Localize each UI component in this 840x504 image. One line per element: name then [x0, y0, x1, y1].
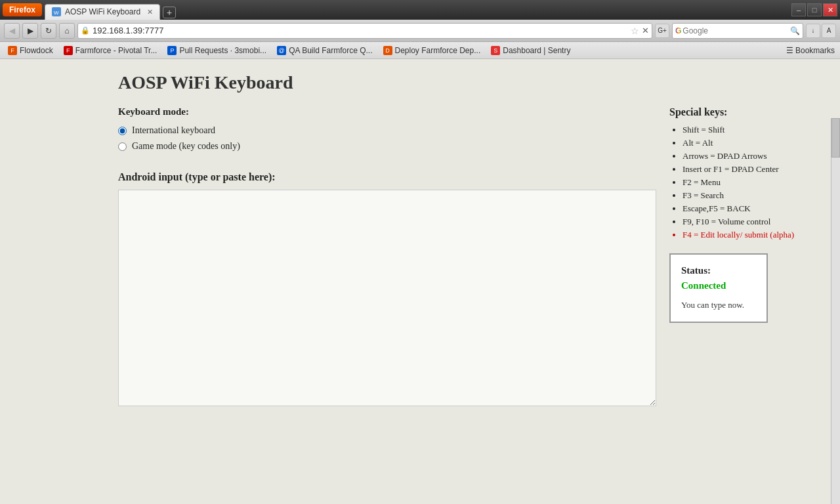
bookmark-qa-build[interactable]: @ QA Build Farmforce Q...: [274, 45, 375, 56]
radio-game-input[interactable]: [118, 142, 127, 151]
address-input[interactable]: [93, 26, 628, 35]
bookmarks-button[interactable]: ☰ Bookmarks: [786, 46, 835, 55]
status-value: Connected: [681, 280, 756, 291]
flowdock-icon: F: [8, 46, 17, 55]
bookmark-label-farmforce: Farmforce - Pivotal Tr...: [75, 46, 158, 55]
special-key-insert: Insert or F1 = DPAD Center: [682, 164, 840, 175]
back-button[interactable]: ◀: [4, 23, 20, 39]
lock-icon: 🔒: [81, 26, 90, 35]
special-keys-title: Special keys:: [669, 106, 840, 118]
farmforce-icon: F: [64, 46, 73, 55]
status-label: Status:: [681, 265, 756, 276]
bookmark-label-flowdock: Flowdock: [20, 46, 53, 55]
bookmark-label-pull-requests: Pull Requests · 3smobi...: [179, 46, 266, 55]
extension-icon-3[interactable]: A: [822, 24, 836, 38]
nav-bar: ◀ ▶ ↻ ⌂ 🔒 ☆ ✕ G+ G 🔍 ↓ A: [0, 20, 840, 42]
bookmark-flowdock[interactable]: F Flowdock: [5, 45, 56, 56]
main-layout: Keyboard mode: International keyboard Ga…: [118, 106, 827, 406]
browser-window: Firefox W AOSP WiFi Keyboard ✕ + – □ ✕ ◀…: [0, 0, 840, 504]
bookmark-label-sentry: Dashboard | Sentry: [503, 46, 570, 55]
bookmark-label-deploy: Deploy Farmforce Dep...: [395, 46, 481, 55]
special-key-f9: F9, F10 = Volume control: [682, 217, 840, 227]
android-input-textarea[interactable]: [118, 190, 656, 406]
page-content: AOSP WiFi Keyboard Keyboard mode: Intern…: [0, 59, 840, 504]
clear-address-icon[interactable]: ✕: [642, 26, 649, 35]
svg-text:W: W: [54, 10, 59, 15]
close-button[interactable]: ✕: [823, 3, 837, 16]
special-key-f4: F4 = Edit locally/ submit (alpha): [682, 230, 840, 240]
scrollbar-track[interactable]: [831, 118, 840, 504]
deploy-icon: D: [383, 46, 392, 55]
maximize-button[interactable]: □: [807, 3, 822, 16]
sentry-icon: S: [491, 46, 500, 55]
tab-title: AOSP WiFi Keyboard: [65, 7, 140, 16]
extension-icon-1[interactable]: G+: [655, 24, 669, 38]
bookmark-sentry[interactable]: S Dashboard | Sentry: [488, 45, 573, 56]
special-key-f3: F3 = Search: [682, 190, 840, 201]
bookmark-farmforce[interactable]: F Farmforce - Pivotal Tr...: [61, 45, 160, 56]
status-box: Status: Connected You can type now.: [669, 253, 768, 323]
search-go-icon[interactable]: 🔍: [790, 26, 800, 35]
keyboard-mode-section: Keyboard mode: International keyboard Ga…: [118, 106, 656, 152]
special-key-f2: F2 = Menu: [682, 177, 840, 188]
special-key-shift: Shift = Shift: [682, 125, 840, 135]
new-tab-button[interactable]: +: [163, 7, 176, 18]
search-input[interactable]: [682, 26, 789, 35]
google-icon: G: [675, 26, 681, 35]
minimize-button[interactable]: –: [791, 3, 806, 16]
address-bar[interactable]: 🔒 ☆ ✕: [77, 23, 652, 39]
home-button[interactable]: ⌂: [59, 23, 75, 39]
special-key-arrows: Arrows = DPAD Arrows: [682, 151, 840, 161]
extension-icon-2[interactable]: ↓: [806, 24, 820, 38]
extensions-area-right: ↓ A: [806, 24, 836, 38]
radio-international-label: International keyboard: [132, 125, 215, 136]
bookmark-star-icon[interactable]: ☆: [631, 26, 639, 36]
bookmark-pull-requests[interactable]: P Pull Requests · 3smobi...: [165, 45, 269, 56]
reload-button[interactable]: ↻: [41, 23, 56, 39]
left-section: Keyboard mode: International keyboard Ga…: [118, 106, 656, 406]
bookmark-label-qa-build: QA Build Farmforce Q...: [289, 46, 372, 55]
special-keys-section: Special keys: Shift = Shift Alt = Alt Ar…: [669, 106, 840, 240]
right-section: Special keys: Shift = Shift Alt = Alt Ar…: [669, 106, 840, 406]
qa-build-icon: @: [277, 46, 286, 55]
scrollbar-thumb[interactable]: [831, 118, 840, 158]
keyboard-mode-label: Keyboard mode:: [118, 106, 656, 117]
special-key-alt: Alt = Alt: [682, 138, 840, 148]
page-title: AOSP WiFi Keyboard: [118, 72, 827, 93]
forward-button[interactable]: ▶: [22, 23, 38, 39]
special-key-escape: Escape,F5 = BACK: [682, 203, 840, 214]
radio-game[interactable]: Game mode (key codes only): [118, 141, 656, 152]
status-message: You can type now.: [681, 299, 756, 311]
tab-bar: W AOSP WiFi Keyboard ✕ +: [45, 0, 789, 20]
search-bar[interactable]: G 🔍: [672, 23, 803, 39]
extensions-area: G+: [655, 24, 669, 38]
pull-requests-icon: P: [167, 46, 177, 55]
radio-game-label: Game mode (key codes only): [132, 141, 240, 152]
special-keys-list: Shift = Shift Alt = Alt Arrows = DPAD Ar…: [669, 125, 840, 240]
android-input-section: Android input (type or paste here):: [118, 171, 656, 406]
window-controls: – □ ✕: [791, 3, 837, 16]
tab-favicon: W: [52, 7, 61, 16]
radio-international[interactable]: International keyboard: [118, 125, 656, 136]
bookmark-deploy[interactable]: D Deploy Farmforce Dep...: [381, 45, 484, 56]
bookmarks-label: Bookmarks: [795, 46, 835, 55]
tab-close-icon[interactable]: ✕: [147, 8, 153, 16]
bookmarks-bar: F Flowdock F Farmforce - Pivotal Tr... P…: [0, 42, 840, 59]
active-tab[interactable]: W AOSP WiFi Keyboard ✕: [45, 4, 160, 20]
title-bar: Firefox W AOSP WiFi Keyboard ✕ + – □ ✕: [0, 0, 840, 20]
bookmarks-icon: ☰: [786, 46, 793, 55]
firefox-button[interactable]: Firefox: [3, 3, 42, 16]
radio-international-input[interactable]: [118, 127, 127, 135]
android-input-label: Android input (type or paste here):: [118, 171, 656, 183]
